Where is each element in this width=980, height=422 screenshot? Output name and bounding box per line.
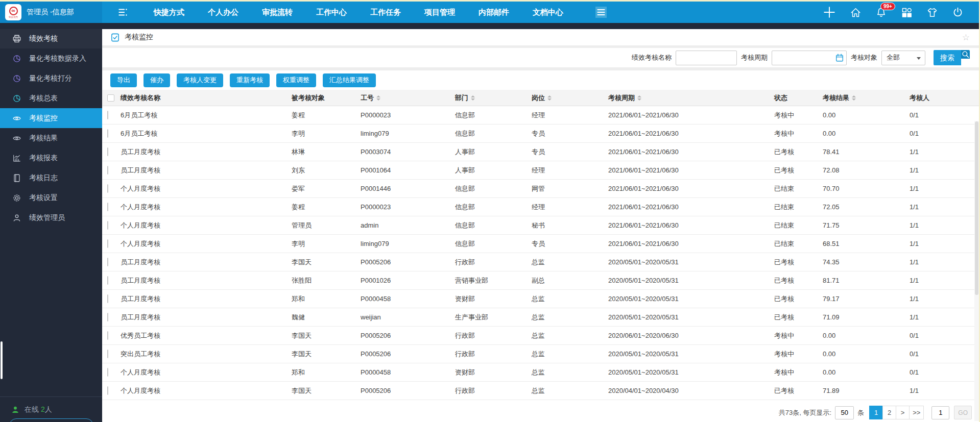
table-row[interactable]: 员工月度考核郑和P0000458资财部总监2020/05/01~2020/05/… <box>102 290 979 308</box>
page-size-input[interactable] <box>835 406 854 419</box>
row-checkbox[interactable] <box>107 166 108 175</box>
page-button[interactable]: 2 <box>882 406 896 419</box>
table-row[interactable]: 个人月度考核郑和P0000458资财部总监2020/05/01~2020/05/… <box>102 363 979 382</box>
sidebar-scroll-handle[interactable] <box>1 341 3 379</box>
nav-item[interactable]: 审批流转 <box>262 8 293 17</box>
power-icon[interactable] <box>952 7 964 18</box>
go-button[interactable]: GO <box>954 406 972 419</box>
sidebar-item[interactable]: 考核设置 <box>0 188 102 208</box>
table-row[interactable]: 6月员工考核姜程P0000023信息部经理2021/06/01~2021/06/… <box>102 106 979 125</box>
bell-icon[interactable]: 99+ <box>875 7 887 18</box>
row-checkbox[interactable] <box>107 313 108 321</box>
row-checkbox[interactable] <box>107 386 108 395</box>
nav-item[interactable]: 工作中心 <box>316 8 347 17</box>
row-checkbox[interactable] <box>107 294 108 303</box>
sidebar-item[interactable]: 量化考核打分 <box>0 68 102 88</box>
table-cell: 经理 <box>532 166 608 175</box>
last-page-button[interactable]: >> <box>909 406 924 419</box>
page-button[interactable]: 1 <box>869 406 883 419</box>
table-scrollbar-thumb[interactable] <box>975 121 978 295</box>
sidebar-item[interactable]: 量化考核数据录入 <box>0 48 102 68</box>
toolbar-button[interactable]: 权重调整 <box>276 73 316 87</box>
table-row[interactable]: 个人月度考核姜程P0000023信息部经理2021/06/01~2021/06/… <box>102 198 979 216</box>
star-icon[interactable]: ☆ <box>962 32 970 43</box>
row-checkbox[interactable] <box>107 184 108 193</box>
table-cell: 2021/06/01~2021/06/30 <box>608 240 774 247</box>
row-checkbox[interactable] <box>107 111 108 119</box>
row-checkbox[interactable] <box>107 368 108 377</box>
column-header[interactable]: 部门 <box>455 93 532 103</box>
row-checkbox[interactable] <box>107 147 108 156</box>
table-row[interactable]: 个人月度考核李明liming079信息部专员2021/06/01~2021/06… <box>102 235 979 253</box>
theme-shirt-icon[interactable] <box>926 7 938 18</box>
nav-item[interactable]: 项目管理 <box>424 8 455 17</box>
goto-page-input[interactable] <box>931 406 949 419</box>
toolbar-button[interactable]: 重新考核 <box>230 73 270 87</box>
table-cell: 姜程 <box>292 203 361 212</box>
search-name-input[interactable] <box>676 51 737 65</box>
sidebar-item[interactable]: 绩效管理员 <box>0 208 102 228</box>
apps-icon[interactable] <box>901 7 913 18</box>
table-row[interactable]: 员工月度考核张胜阳P0001026营销事业部副总2020/05/01~2020/… <box>102 271 979 290</box>
plus-icon[interactable] <box>823 6 836 19</box>
column-header[interactable]: 岗位 <box>532 93 608 103</box>
table-row[interactable]: 突出员工考核李国天P0005206行政部总监2020/05/01~2020/05… <box>102 345 979 363</box>
sidebar-item[interactable]: 考核日志 <box>0 168 102 188</box>
nav-item[interactable]: 个人办公 <box>208 8 238 17</box>
table-cell: 个人月度考核 <box>121 239 292 249</box>
sort-arrows-icon[interactable] <box>376 95 380 101</box>
toolbar-button[interactable]: 导出 <box>110 73 137 87</box>
sidebar-item[interactable]: 考核监控 <box>0 108 102 128</box>
row-checkbox[interactable] <box>107 350 108 358</box>
row-checkbox[interactable] <box>107 203 108 211</box>
sidebar-module-header[interactable]: 绩效考核 <box>0 29 102 48</box>
sort-arrows-icon[interactable] <box>852 95 856 101</box>
table-row[interactable]: 个人月度考核娄军P0001446信息部网管2021/06/01~2021/06/… <box>102 180 979 198</box>
column-header-label: 岗位 <box>532 93 545 103</box>
table-cell: 信息部 <box>455 221 532 230</box>
nav-list-icon[interactable] <box>117 7 129 18</box>
table-scrollbar[interactable] <box>974 121 979 421</box>
sort-arrows-icon[interactable] <box>637 95 641 101</box>
row-checkbox[interactable] <box>107 258 108 266</box>
table-row[interactable]: 优秀员工考核李国天P0005206行政部总监2020/06/01~2020/06… <box>102 327 979 345</box>
row-checkbox[interactable] <box>107 129 108 138</box>
nav-item[interactable]: 文档中心 <box>533 8 563 17</box>
column-header[interactable]: 工号 <box>361 93 455 103</box>
sort-arrows-icon[interactable] <box>471 95 475 101</box>
row-checkbox[interactable] <box>107 239 108 248</box>
page-title-bar: 考核监控 ☆ <box>102 29 979 45</box>
sidebar-item[interactable]: 考核结果 <box>0 128 102 148</box>
table-cell: P0005206 <box>361 350 455 358</box>
nav-item[interactable]: 工作任务 <box>370 8 401 17</box>
home-icon[interactable] <box>850 7 862 18</box>
table-cell: 已结束 <box>774 184 823 193</box>
search-period-input[interactable] <box>772 51 847 65</box>
table-row[interactable]: 员工月度考核魏健weijian生产事业部总监2020/05/01~2020/05… <box>102 308 979 327</box>
row-checkbox[interactable] <box>107 221 108 230</box>
table-row[interactable]: 员工月度考核刘东P0001064人事部经理2021/06/01~2021/06/… <box>102 161 979 180</box>
row-checkbox[interactable] <box>107 331 108 340</box>
table-row[interactable]: 员工月度考核林琳P0003074人事部专员2021/06/01~2021/06/… <box>102 143 979 161</box>
table-row[interactable]: 个人月度考核李国天P0005206行政部总监2020/04/01~2020/04… <box>102 382 979 400</box>
table-row[interactable]: 个人月度考核管理员admin信息部秘书2021/06/01~2021/06/30… <box>102 216 979 235</box>
column-header[interactable]: 考核结果 <box>823 93 910 103</box>
toolbar-button[interactable]: 催办 <box>144 73 170 87</box>
row-checkbox[interactable] <box>107 276 108 285</box>
nav-item[interactable]: 快捷方式 <box>154 8 184 17</box>
column-header[interactable]: 考核周期 <box>608 93 774 103</box>
search-target-select[interactable]: 全部 <box>881 51 925 65</box>
toolbar-button[interactable]: 汇总结果调整 <box>323 73 376 87</box>
select-all-checkbox[interactable] <box>107 94 114 102</box>
next-page-button[interactable]: > <box>896 406 910 419</box>
sort-arrows-icon[interactable] <box>547 95 552 101</box>
sidebar-bottom-button[interactable] <box>9 418 93 422</box>
sidebar-item[interactable]: 考核报表 <box>0 148 102 168</box>
search-button[interactable]: 搜索 <box>934 50 970 65</box>
nav-item[interactable]: 内部邮件 <box>479 8 509 17</box>
toolbar-button[interactable]: 考核人变更 <box>177 73 223 87</box>
table-row[interactable]: 员工月度考核李国天P0005206行政部总监2020/05/01~2020/05… <box>102 253 979 271</box>
sidebar-item[interactable]: 考核总表 <box>0 88 102 108</box>
table-row[interactable]: 6月员工考核李明liming079信息部专员2021/06/01~2021/06… <box>102 125 979 143</box>
more-menu-button[interactable] <box>595 7 607 18</box>
